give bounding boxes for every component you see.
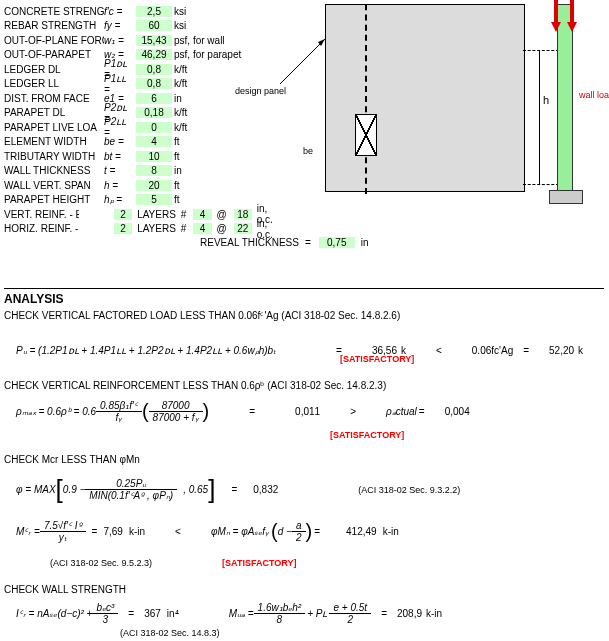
input-bt[interactable]: 10 (136, 151, 172, 162)
row-rebar-strength: REBAR STRENGTHfy =60ksi (4, 19, 284, 34)
footing (549, 190, 583, 204)
wall-diagram: design panel be h e1 wall load (295, 4, 603, 212)
load-arrow-icon (567, 0, 577, 32)
input-vert-layers[interactable]: 2 (114, 209, 132, 220)
row-out-of-plane: OUT-OF-PLANE FORCEw₁ =15,43psf, for wall (4, 33, 284, 48)
input-hp[interactable]: 5 (136, 194, 172, 205)
input-horiz-layers[interactable]: 2 (114, 223, 132, 234)
row-ledger-dl: LEDGER DLP1ᴅʟ =0,8k/ft (4, 62, 284, 77)
input-h[interactable]: 20 (136, 180, 172, 191)
check-mcr-phi-mn: CHECK Mcr LESS THAN φMn (4, 454, 140, 465)
input-parameters: CONCRETE STRENGf'c =2,5ksi REBAR STRENGT… (4, 4, 284, 236)
centerline (365, 0, 367, 194)
check3-phi-equation: φ = MAX [ 0.9 − 0.25PᵤMIN(0.1f'ᶜAᵍ , φPₙ… (16, 474, 460, 505)
dim-line-top (523, 50, 559, 51)
input-horiz-spacing[interactable]: 22 (234, 223, 252, 234)
check4-mua-value: 208,9 (397, 608, 422, 619)
row-wall-thickness: WALL THICKNESSt =8in (4, 164, 284, 179)
input-p1ll[interactable]: 0,8 (136, 78, 172, 89)
row-tributary-width: TRIBUTARY WIDTHbt =10ft (4, 149, 284, 164)
dim-height-line (539, 50, 540, 184)
check3-status: [SATISFACTORY] (222, 558, 296, 568)
input-fy[interactable]: 60 (136, 20, 172, 31)
check3-footer: (ACI 318-02 Sec. 9.5.2.3) [SATISFACTORY] (50, 558, 296, 568)
separator (4, 288, 604, 289)
row-vert-reinf: VERT. REINF. - EDGES2LAYERS#4@18in, o.c. (4, 207, 284, 222)
row-parapet-height: PARAPET HEIGHThₚ =5ft (4, 193, 284, 208)
wall-elevation (325, 4, 525, 192)
check3-phi-value: 0,832 (253, 484, 278, 495)
check2-rho-actual: 0,004 (445, 406, 470, 417)
check1-rhs-value: 52,20 (549, 345, 574, 356)
input-w2[interactable]: 46,29 (136, 49, 172, 60)
wall-section (557, 4, 573, 202)
check1-status: [SATISFACTORY] (340, 354, 414, 364)
load-arrow-icon (551, 0, 561, 32)
check2-rho-max: 0,011 (295, 406, 320, 417)
input-e1[interactable]: 6 (136, 93, 172, 104)
leader-arrow-icon (280, 34, 330, 84)
check-wall-strength: CHECK WALL STRENGTH (4, 584, 126, 595)
row-concrete-strength: CONCRETE STRENGf'c =2,5ksi (4, 4, 284, 19)
design-panel-label: design panel (235, 86, 286, 96)
row-wall-vert-span: WALL VERT. SPANh =20ft (4, 178, 284, 193)
check4-aci-ref: (ACI 318-02 Sec. 14.8.3) (120, 628, 220, 638)
check3-mcr-value: 7,69 (103, 526, 122, 537)
input-w1[interactable]: 15,43 (136, 35, 172, 46)
input-be[interactable]: 4 (136, 136, 172, 147)
check1-equation: Pᵤ = (1.2P1ᴅʟ + 1.4P1ʟʟ + 1.2P2ᴅʟ + 1.4P… (16, 336, 583, 364)
check2-status: [SATISFACTORY] (330, 430, 404, 440)
input-t[interactable]: 8 (136, 165, 172, 176)
check3-phi-mn-value: 412,49 (346, 526, 377, 537)
dim-line-bottom (523, 184, 559, 185)
row-parapet-dl: PARAPET DLP2ᴅʟ =0,18k/ft (4, 106, 284, 121)
check-vertical-reinforcement: CHECK VERTICAL REINFORCEMENT LESS THAN 0… (4, 380, 386, 391)
check1-title: CHECK VERTICAL FACTORED LOAD LESS THAN 0… (4, 310, 400, 321)
be-dimension-label: be (303, 146, 313, 156)
row-out-of-parapet: OUT-OF-PARAPETw₂ =46,29psf, for parapet (4, 48, 284, 63)
input-vert-bar[interactable]: 4 (193, 209, 211, 220)
input-p1dl[interactable]: 0,8 (136, 64, 172, 75)
h-dimension-label: h (543, 94, 549, 106)
check3-mcr-equation: Mᶜᵣ = 7.5√f'ᶜ Iᵍyₜ = 7,69 k-in < φMₙ = φ… (16, 520, 399, 543)
input-p2ll[interactable]: 0 (136, 122, 172, 133)
opening-icon (355, 114, 377, 156)
row-horiz-reinf: HORIZ. REINF. - EDGES2LAYERS#4@22in, o.c… (4, 222, 284, 237)
svg-line-0 (280, 39, 325, 84)
row-parapet-ll: PARAPET LIVE LOAP2ʟʟ =0k/ft (4, 120, 284, 135)
input-fc[interactable]: 2,5 (136, 6, 172, 17)
check4-equations: Iᶜᵣ = nAₛₑ(d−c)² + bₑc³3 = 367 in⁴ Mᵤₐ =… (16, 602, 442, 625)
input-reveal[interactable]: 0,75 (319, 237, 355, 248)
row-reveal-thickness: REVEAL THICKNESS= 0,75 in (200, 237, 369, 248)
wall-load-label: wall load (579, 90, 609, 100)
check2-equation: ρₘₐₓ = 0.6ρᵇ = 0.6 0.85β₁f'ᶜfᵧ ( 8700087… (16, 400, 470, 423)
input-horiz-bar[interactable]: 4 (193, 223, 211, 234)
analysis-heading: ANALYSIS (4, 292, 64, 306)
input-vert-spacing[interactable]: 18 (234, 209, 252, 220)
input-p2dl[interactable]: 0,18 (136, 107, 172, 118)
check-vertical-factored-load: CHECK VERTICAL FACTORED LOAD LESS THAN 0… (4, 310, 400, 321)
check4-icr-value: 367 (144, 608, 161, 619)
row-element-width: ELEMENT WIDTHbe =4ft (4, 135, 284, 150)
